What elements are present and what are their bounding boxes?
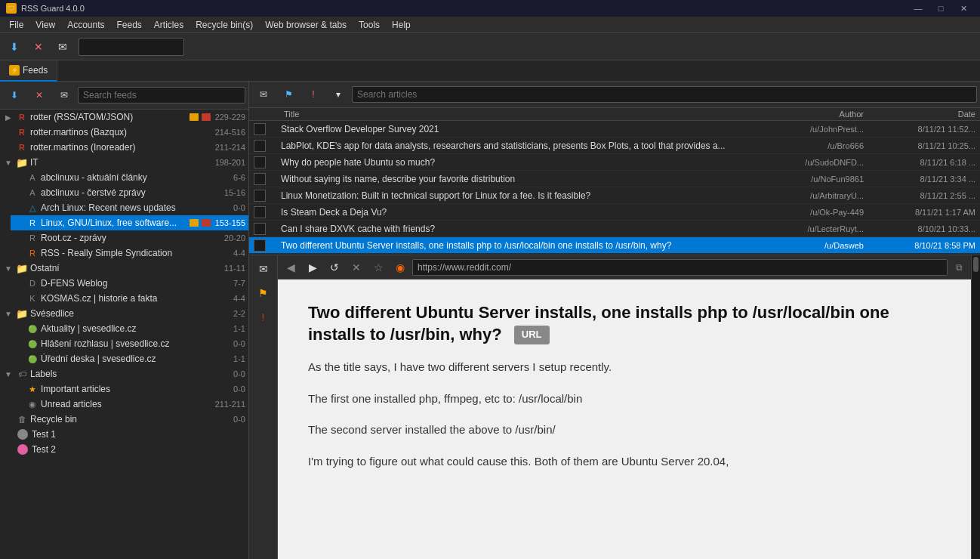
- article-check-4[interactable]: [254, 173, 266, 185]
- feed-item-aktuality[interactable]: 🟢 Aktuality | svesedlice.cz 1-1: [11, 321, 248, 336]
- menu-view[interactable]: View: [29, 17, 61, 33]
- toolbar-stop-btn[interactable]: ✕: [27, 36, 50, 57]
- feed-icon-aktuality: 🟢: [26, 323, 39, 335]
- nav-back-btn[interactable]: ◀: [281, 258, 300, 276]
- menu-recycle[interactable]: Recycle bin(s): [190, 17, 259, 33]
- nav-reload-btn[interactable]: ↺: [325, 258, 344, 276]
- article-check-3[interactable]: [254, 156, 266, 168]
- articles-search-input[interactable]: [352, 86, 977, 103]
- feed-item-root-cz[interactable]: R Root.cz - zprávy 20-20: [11, 230, 248, 246]
- feeds-search-input[interactable]: [78, 87, 245, 103]
- article-check-1[interactable]: [254, 123, 266, 135]
- article-title-7: Can I share DXVK cache with friends?: [281, 224, 766, 234]
- nav-stop-btn[interactable]: ✕: [347, 258, 366, 276]
- menu-articles[interactable]: Articles: [148, 17, 190, 33]
- feed-item-unread[interactable]: ◉ Unread articles 211-211: [11, 397, 248, 412]
- feed-count-aktuality: 1-1: [233, 324, 245, 333]
- feed-item-ostatni-folder[interactable]: ▼ 📁 Ostatní 11-11: [0, 261, 248, 276]
- feeds-toolbar: ⬇ ✕ ✉: [0, 82, 248, 110]
- feeds-toolbar-download[interactable]: ⬇: [3, 85, 26, 106]
- feed-icon-inoreader: R: [16, 141, 28, 153]
- url-badge[interactable]: URL: [514, 326, 550, 344]
- article-row-3[interactable]: Why do people hate Ubuntu so much? /u/Su…: [249, 154, 980, 171]
- feed-item-arch-linux[interactable]: △ Arch Linux: Recent news updates 0-0: [11, 200, 248, 215]
- article-check-2[interactable]: [254, 140, 266, 152]
- article-row-1[interactable]: Stack Overflow Developer Survey 2021 /u/…: [249, 121, 980, 137]
- feed-name-kosmas: KOSMAS.cz | historie a fakta: [41, 293, 230, 304]
- content-extra-btn[interactable]: ⧉: [950, 258, 968, 276]
- menu-feeds[interactable]: Feeds: [111, 17, 148, 33]
- feed-expand-rotter[interactable]: ▶: [3, 113, 14, 122]
- feed-item-abclinuxu-zpravicky[interactable]: A abclinuxu - čerstvé zprávy 15-16: [11, 185, 248, 200]
- article-row-4[interactable]: Without saying its name, describe your f…: [249, 171, 980, 187]
- article-row-2[interactable]: LabPlot, KDE's app for data analysts, re…: [249, 137, 980, 154]
- article-row-7[interactable]: Can I share DXVK cache with friends? /u/…: [249, 221, 980, 237]
- nav-forward-btn[interactable]: ▶: [303, 258, 322, 276]
- feed-item-test2[interactable]: Test 2: [0, 442, 248, 457]
- minimize-button[interactable]: —: [908, 2, 929, 15]
- article-row-9[interactable]: Switching To Linux /u/JeanPierre... 8/10…: [249, 254, 980, 255]
- content-scrollbar[interactable]: [971, 255, 980, 559]
- feed-icon-test2: [17, 444, 28, 455]
- feed-item-abclinuxu-clanky[interactable]: A abclinuxu - aktuální články 6-6: [11, 170, 248, 185]
- articles-toolbar-email[interactable]: ✉: [252, 84, 275, 105]
- feed-item-rotter[interactable]: ▶ R rotter (RSS/ATOM/JSON) 229-229: [0, 110, 248, 125]
- toolbar-email-btn[interactable]: ✉: [51, 36, 74, 57]
- article-check-5[interactable]: [254, 190, 266, 202]
- feed-item-uredni[interactable]: 🟢 Úřední deska | svesedlice.cz 1-1: [11, 351, 248, 366]
- feed-name-abclinuxu-clanky: abclinuxu - aktuální články: [41, 172, 230, 183]
- feed-expand-it[interactable]: ▼: [3, 159, 14, 167]
- menu-web-browser[interactable]: Web browser & tabs: [259, 17, 353, 33]
- content-area: Two different Ubuntu Server installs, on…: [278, 280, 971, 559]
- side-flag-btn[interactable]: ⚑: [253, 283, 274, 304]
- feed-item-it-folder[interactable]: ▼ 📁 IT 198-201: [0, 155, 248, 170]
- article-row-6[interactable]: Is Steam Deck a Deja Vu? /u/Ok-Pay-449 8…: [249, 204, 980, 221]
- feed-item-dfens[interactable]: D D-FENS Weblog 7-7: [11, 276, 248, 291]
- tab-feeds[interactable]: ⚡ Feeds: [0, 60, 57, 82]
- close-button[interactable]: ✕: [953, 2, 974, 15]
- article-row-8[interactable]: Two different Ubuntu Server installs, on…: [249, 237, 980, 254]
- maximize-button[interactable]: □: [930, 2, 951, 15]
- scrollbar-thumb[interactable]: [973, 257, 978, 272]
- article-author-2: /u/Bro666: [766, 141, 864, 150]
- menu-file[interactable]: File: [3, 17, 29, 33]
- article-check-6[interactable]: [254, 206, 266, 218]
- feed-item-linux-gnu[interactable]: R Linux, GNU/Linux, free software... 153…: [11, 215, 248, 230]
- feed-item-inoreader[interactable]: R rotter.martinos (Inoreader) 211-214: [0, 140, 248, 155]
- articles-toolbar-flag1[interactable]: ⚑: [277, 84, 300, 105]
- menu-help[interactable]: Help: [386, 17, 417, 33]
- articles-toolbar-flag2[interactable]: !: [302, 84, 325, 105]
- feed-item-important[interactable]: ★ Important articles 0-0: [11, 381, 248, 397]
- feed-count-unread: 211-211: [215, 400, 245, 409]
- feed-item-hlaseni[interactable]: 🟢 Hlášení rozhlasu | svesedlice.cz 0-0: [11, 336, 248, 351]
- articles-toolbar-dropdown[interactable]: ▾: [327, 84, 350, 105]
- article-row-5[interactable]: Linux Monetization: Built in technical s…: [249, 187, 980, 204]
- nav-bookmark-btn[interactable]: ☆: [368, 258, 388, 276]
- nav-rss-btn[interactable]: ◉: [390, 258, 410, 276]
- toolbar-download-btn[interactable]: ⬇: [3, 36, 26, 57]
- feeds-toolbar-stop[interactable]: ✕: [28, 85, 51, 106]
- feeds-toolbar-email[interactable]: ✉: [53, 85, 76, 106]
- feed-name-rss-really: RSS - Really Simple Syndication: [41, 248, 230, 258]
- feed-item-test1[interactable]: Test 1: [0, 427, 248, 442]
- feed-item-svesedlice-folder[interactable]: ▼ 📁 Svésedlice 2-2: [0, 306, 248, 321]
- side-email-btn[interactable]: ✉: [253, 258, 274, 280]
- feed-item-recycle[interactable]: 🗑 Recycle bin 0-0: [0, 412, 248, 427]
- article-title-4: Without saying its name, describe your f…: [281, 174, 766, 184]
- article-check-7[interactable]: [254, 223, 266, 235]
- feed-item-bazqux[interactable]: R rotter.martinos (Bazqux) 214-516: [0, 125, 248, 140]
- article-check-8[interactable]: [254, 239, 266, 252]
- main-toolbar: ⬇ ✕ ✉: [0, 33, 980, 60]
- feed-expand-labels[interactable]: ▼: [3, 370, 14, 378]
- feed-expand-svesedlice[interactable]: ▼: [3, 310, 14, 318]
- side-alert-btn[interactable]: !: [253, 307, 274, 328]
- menu-tools[interactable]: Tools: [353, 17, 386, 33]
- feed-item-rss-really[interactable]: R RSS - Really Simple Syndication 4-4: [11, 246, 248, 261]
- feed-expand-ostatni[interactable]: ▼: [3, 264, 14, 273]
- url-bar[interactable]: [412, 259, 948, 276]
- feed-item-kosmas[interactable]: K KOSMAS.cz | historie a fakta 4-4: [11, 291, 248, 306]
- article-author-4: /u/NoFun9861: [766, 174, 864, 184]
- feed-item-labels-folder[interactable]: ▼ 🏷 Labels 0-0: [0, 366, 248, 381]
- article-date-4: 8/11/21 3:34 ...: [870, 174, 975, 184]
- menu-accounts[interactable]: Accounts: [61, 17, 110, 33]
